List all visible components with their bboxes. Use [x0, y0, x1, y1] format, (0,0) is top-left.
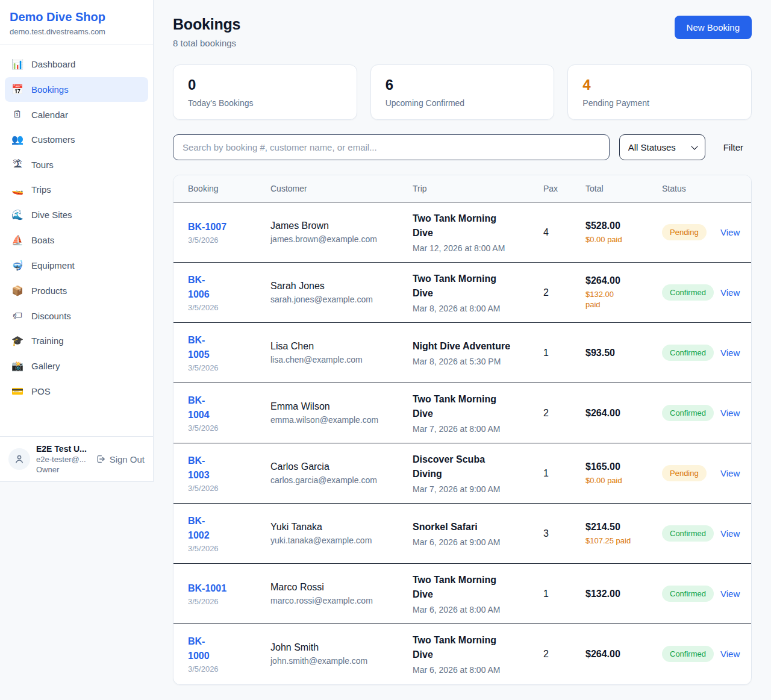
trip-name: Two Tank Morning Dive	[413, 573, 525, 602]
pos-icon: 💳	[11, 386, 24, 397]
column-header-action	[720, 175, 751, 202]
booking-date: 3/5/2026	[188, 664, 252, 673]
sidebar-item-boats[interactable]: ⛵ Boats	[5, 228, 148, 252]
sidebar-item-dive-sites[interactable]: 🌊 Dive Sites	[5, 202, 148, 227]
trip-datetime: Mar 12, 2026 at 8:00 AM	[413, 243, 525, 253]
filter-button[interactable]: Filter	[723, 142, 743, 152]
booking-id-link[interactable]: BK- 1005	[188, 333, 210, 362]
status-badge: Pending	[662, 465, 707, 481]
new-booking-button[interactable]: New Booking	[675, 16, 752, 39]
trip-datetime: Mar 7, 2026 at 8:00 AM	[413, 424, 525, 434]
table-row: BK- 1003 3/5/2026 Carlos Garcia carlos.g…	[173, 443, 751, 504]
customer-email: john.smith@example.com	[270, 656, 395, 666]
table-header-row: Booking Customer Trip Pax Total Status	[173, 175, 751, 202]
sidebar-item-tours[interactable]: 🏝 Tours	[5, 152, 148, 177]
status-select-wrap: All Statuses	[619, 134, 705, 160]
boats-icon: ⛵	[11, 234, 24, 246]
trip-datetime: Mar 8, 2026 at 5:30 PM	[413, 357, 525, 366]
booking-date: 3/5/2026	[188, 236, 252, 245]
booking-id-link[interactable]: BK- 1000	[188, 634, 210, 663]
booking-date: 3/5/2026	[188, 303, 252, 312]
trip-datetime: Mar 6, 2026 at 9:00 AM	[413, 537, 525, 547]
sidebar-item-trips[interactable]: 🚤 Trips	[5, 177, 148, 202]
total-amount: $264.00	[585, 275, 644, 286]
sidebar-item-label: Bookings	[31, 84, 69, 95]
status-select[interactable]: All Statuses	[619, 134, 705, 160]
customer-email: sarah.jones@example.com	[270, 295, 395, 304]
view-booking-link[interactable]: View	[720, 287, 740, 298]
trip-name: Discover Scuba Diving	[413, 452, 525, 481]
total-amount: $264.00	[585, 408, 644, 419]
sidebar-item-training[interactable]: 🎓 Training	[5, 328, 148, 353]
customer-email: marco.rossi@example.com	[270, 596, 395, 605]
column-header-pax: Pax	[529, 175, 571, 202]
user-panel: E2E Test U... e2e-tester@... Owner Sign …	[0, 436, 153, 481]
booking-date: 3/5/2026	[188, 423, 252, 433]
paid-amount: $132.00 paid	[585, 289, 644, 310]
training-icon: 🎓	[11, 335, 24, 346]
sidebar-item-gallery[interactable]: 📸 Gallery	[5, 354, 148, 378]
view-booking-link[interactable]: View	[720, 589, 740, 599]
bookings-table-card: Booking Customer Trip Pax Total Status B…	[173, 175, 752, 685]
sign-out-button[interactable]: Sign Out	[96, 454, 145, 464]
sidebar-item-label: Customers	[31, 134, 75, 145]
trip-name: Two Tank Morning Dive	[413, 211, 525, 240]
pax-count: 3	[543, 528, 567, 539]
sidebar-item-dashboard[interactable]: 📊 Dashboard	[5, 52, 148, 77]
status-badge: Confirmed	[662, 586, 714, 602]
sidebar-item-bookings[interactable]: 📅 Bookings	[5, 77, 148, 102]
table-row: BK-1001 3/5/2026 Marco Rossi marco.rossi…	[173, 564, 751, 624]
brand-name: Demo Dive Shop	[10, 10, 143, 24]
user-email: e2e-tester@...	[36, 455, 90, 464]
booking-id-link[interactable]: BK- 1006	[188, 273, 210, 302]
products-icon: 📦	[11, 285, 24, 296]
sidebar-item-equipment[interactable]: 🤿 Equipment	[5, 253, 148, 278]
search-input[interactable]	[173, 134, 610, 160]
view-booking-link[interactable]: View	[720, 408, 740, 418]
view-booking-link[interactable]: View	[720, 528, 740, 539]
paid-amount: $107.25 paid	[585, 536, 644, 546]
table-row: BK- 1005 3/5/2026 Lisa Chen lisa.chen@ex…	[173, 323, 751, 383]
booking-id-link[interactable]: BK- 1002	[188, 514, 210, 543]
booking-date: 3/5/2026	[188, 363, 252, 372]
sidebar-item-products[interactable]: 📦 Products	[5, 278, 148, 303]
sidebar-item-calendar[interactable]: 🗓 Calendar	[5, 102, 148, 127]
status-badge: Confirmed	[662, 284, 714, 301]
sidebar-item-discounts[interactable]: 🏷 Discounts	[5, 304, 148, 328]
stat-label: Pending Payment	[582, 98, 737, 108]
trip-name: Two Tank Morning Dive	[413, 392, 525, 421]
view-booking-link[interactable]: View	[720, 227, 740, 237]
trip-datetime: Mar 7, 2026 at 9:00 AM	[413, 484, 525, 494]
booking-id-link[interactable]: BK- 1004	[188, 393, 210, 422]
customer-name: Lisa Chen	[270, 341, 395, 352]
equipment-icon: 🤿	[11, 260, 24, 271]
total-amount: $165.00	[585, 461, 644, 472]
column-header-total: Total	[571, 175, 648, 202]
sidebar-item-label: POS	[31, 386, 51, 396]
sign-out-label: Sign Out	[110, 454, 145, 464]
customer-name: John Smith	[270, 642, 395, 653]
user-role: Owner	[36, 465, 90, 474]
customer-email: emma.wilson@example.com	[270, 415, 395, 425]
booking-id-link[interactable]: BK- 1003	[188, 454, 210, 483]
pax-count: 1	[543, 348, 567, 358]
sidebar-item-pos[interactable]: 💳 POS	[5, 379, 148, 404]
table-row: BK- 1006 3/5/2026 Sarah Jones sarah.jone…	[173, 263, 751, 323]
column-header-status: Status	[648, 175, 720, 202]
tours-icon: 🏝	[11, 159, 24, 170]
pax-count: 2	[543, 649, 567, 660]
stat-value: 6	[386, 77, 540, 93]
trip-datetime: Mar 6, 2026 at 8:00 AM	[413, 605, 525, 614]
customer-email: yuki.tanaka@example.com	[270, 536, 395, 545]
sidebar-item-customers[interactable]: 👥 Customers	[5, 127, 148, 152]
paid-amount: $0.00 paid	[585, 475, 644, 486]
sign-out-icon	[96, 454, 105, 464]
view-booking-link[interactable]: View	[720, 649, 740, 659]
booking-id-link[interactable]: BK-1007	[188, 220, 226, 234]
booking-id-link[interactable]: BK-1001	[188, 581, 226, 596]
customer-name: Emma Wilson	[270, 401, 395, 412]
brand-domain: demo.test.divestreams.com	[10, 27, 143, 36]
view-booking-link[interactable]: View	[720, 468, 740, 478]
status-badge: Confirmed	[662, 525, 714, 542]
view-booking-link[interactable]: View	[720, 348, 740, 358]
